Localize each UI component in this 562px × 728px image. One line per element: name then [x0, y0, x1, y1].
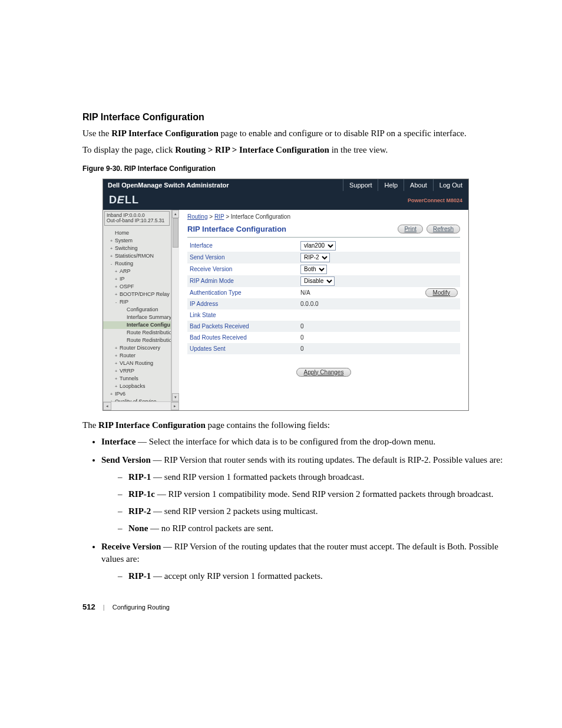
tree-item-label: Configuration [127, 307, 158, 312]
breadcrumb-link[interactable]: Routing [187, 213, 207, 220]
field-value-cell: 0 [298, 321, 460, 332]
tree-item-label: Route Redistributio [127, 337, 171, 343]
nav-logout[interactable]: Log Out [433, 179, 468, 191]
expand-icon[interactable]: + [114, 360, 118, 367]
page-number: 512 [82, 602, 95, 611]
expand-icon[interactable]: + [114, 375, 118, 383]
tree-item[interactable]: -Routing [103, 260, 171, 268]
list-item: Send Version — RIP Version that router s… [101, 454, 521, 535]
nav-support[interactable]: Support [343, 179, 378, 191]
tree-item-label: Interface Configu [127, 322, 170, 328]
field-value: 0.0.0.0 [300, 301, 319, 307]
tree-item[interactable]: Route Redistributio [103, 337, 171, 344]
field-select[interactable]: Disable [300, 276, 335, 286]
text-bold: Interface [101, 437, 135, 446]
expand-icon[interactable]: + [109, 390, 114, 398]
field-label: Bad Packets Received [187, 321, 298, 332]
text: — accept only RIP version 1 formatted pa… [151, 571, 322, 581]
expand-icon[interactable]: + [109, 398, 114, 401]
tree-item[interactable]: +Router Discovery [103, 344, 171, 352]
expand-icon[interactable]: + [114, 352, 118, 360]
expand-icon[interactable]: + [109, 237, 114, 245]
tree-item[interactable]: +VRRP [103, 367, 171, 375]
tree-item[interactable]: +Loopbacks [103, 383, 171, 390]
expand-icon[interactable]: + [109, 245, 114, 252]
tree-item-label: IPv6 [115, 391, 125, 397]
table-row: Interfacevlan200 [187, 240, 460, 252]
nav-help[interactable]: Help [378, 179, 404, 191]
expand-icon[interactable]: + [114, 291, 118, 298]
tree-item-label: Switching [115, 245, 138, 251]
tree-item-label: Home [115, 230, 129, 236]
list-item: Receive Version — RIP Version of the rou… [101, 541, 521, 582]
tree-item[interactable]: Configuration [103, 306, 171, 314]
tree-item-label: Router [120, 353, 135, 358]
tree-item[interactable]: +IPv6 [103, 390, 171, 398]
tree-item[interactable]: Interface Configu [103, 321, 171, 329]
tree-item[interactable]: +Router [103, 352, 171, 360]
tree-item[interactable]: Home [103, 229, 171, 237]
text-bold: RIP Interface Configuration [98, 420, 206, 430]
tree-item[interactable]: +Tunnels [103, 375, 171, 383]
text-bold: RIP Interface Configuration [111, 129, 219, 138]
sidebar-scrollbar[interactable]: ▴ ▾ [171, 210, 179, 401]
text-bold: RIP-1c [128, 489, 155, 499]
expand-icon[interactable]: + [114, 268, 118, 275]
field-value-cell: Both [298, 263, 460, 275]
nav-about[interactable]: About [404, 179, 433, 191]
tree-item-label: VRRP [120, 368, 134, 374]
tree-item[interactable]: +Switching [103, 245, 171, 252]
breadcrumb-link[interactable]: RIP [214, 213, 224, 220]
tree-item-label: VLAN Routing [120, 360, 153, 366]
expand-icon[interactable]: + [114, 283, 118, 291]
print-button[interactable]: Print [398, 225, 423, 233]
field-select[interactable]: RIP-2 [300, 253, 330, 262]
tree-item[interactable]: Route Redistributio [103, 329, 171, 337]
tree-item[interactable]: -RIP [103, 298, 171, 306]
text: page contains the following fields: [206, 420, 330, 430]
expand-icon[interactable]: + [114, 367, 118, 375]
scroll-thumb[interactable] [173, 218, 178, 248]
tree-item-label: System [115, 238, 133, 243]
field-label: IP Address [187, 298, 298, 309]
tree-item-label: BOOTP/DHCP Relay [120, 291, 170, 297]
expand-icon[interactable]: + [114, 344, 118, 352]
expand-icon[interactable]: - [109, 260, 114, 268]
modify-button[interactable]: Modify [425, 288, 458, 297]
text: — send RIP version 2 packets using multi… [151, 506, 318, 516]
tree-item-label: Statistics/RMON [115, 253, 154, 259]
tree-item[interactable]: +System [103, 237, 171, 245]
expand-icon[interactable]: + [114, 275, 118, 283]
tree-item[interactable]: +VLAN Routing [103, 360, 171, 367]
tree-item[interactable]: +ARP [103, 268, 171, 275]
section-heading: RIP Interface Configuration [82, 112, 521, 123]
tree-item[interactable]: +IP [103, 275, 171, 283]
tree-item[interactable]: +OSPF [103, 283, 171, 291]
scroll-right-icon[interactable]: ▸ [171, 402, 179, 410]
apply-changes-button[interactable]: Apply Changes [296, 368, 352, 377]
text-bold: RIP-2 [128, 506, 151, 516]
expand-icon[interactable]: + [109, 252, 114, 260]
expand-icon[interactable]: + [114, 383, 118, 390]
field-label: Interface [187, 240, 298, 252]
expand-icon[interactable]: - [114, 298, 118, 306]
text: Use the [82, 129, 111, 138]
scroll-left-icon[interactable]: ◂ [103, 402, 111, 410]
refresh-button[interactable]: Refresh [427, 225, 460, 233]
field-value-cell: 0 [298, 343, 460, 354]
tree-item[interactable]: +BOOTP/DHCP Relay [103, 291, 171, 298]
tree-item[interactable]: +Quality of Service [103, 398, 171, 401]
text: — RIP Version that router sends with its… [151, 455, 503, 465]
table-row: Link State [187, 309, 460, 321]
scroll-down-icon[interactable]: ▾ [172, 393, 179, 401]
scroll-up-icon[interactable]: ▴ [172, 210, 179, 218]
field-select[interactable]: Both [300, 265, 327, 274]
field-select[interactable]: vlan200 [300, 241, 336, 251]
tree-item[interactable]: +Statistics/RMON [103, 252, 171, 260]
table-row: RIP Admin ModeDisable [187, 275, 460, 287]
tree-item[interactable]: Interface Summary [103, 314, 171, 321]
divider: | [103, 604, 105, 611]
sidebar-hscrollbar[interactable]: ◂ ▸ [103, 401, 179, 410]
field-value: N/A [300, 289, 310, 296]
field-label: Authentication Type [187, 287, 298, 298]
